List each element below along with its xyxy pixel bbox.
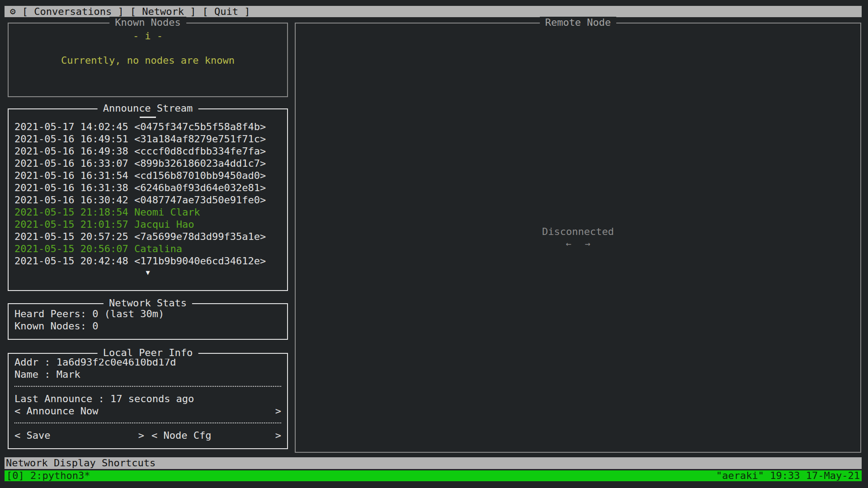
menu-item-conversations[interactable]: [ Conversations ]	[22, 6, 124, 17]
announce-entry[interactable]: 2021-05-15 20:56:07 Catalina	[9, 243, 287, 255]
announce-source: <cd156b87010bb9450ad0>	[134, 170, 266, 181]
known-nodes-panel: Known Nodes - i - Currently, no nodes ar…	[8, 23, 288, 97]
network-stats-panel: Network Stats Heard Peers: 0 (last 30m) …	[8, 303, 288, 340]
node-cfg-cap: >	[275, 429, 281, 441]
announce-timestamp: 2021-05-16 16:49:51	[14, 133, 128, 145]
announce-entry[interactable]: 2021-05-15 20:57:25 <7a5699e78d3d99f35a1…	[9, 230, 287, 243]
known-nodes-stat: Known Nodes: 0	[9, 320, 287, 332]
announce-entry[interactable]: 2021-05-16 16:49:38 <cccf0d8cdfbb334fe7f…	[9, 145, 287, 157]
divider	[14, 380, 281, 393]
announce-source: <7a5699e78d3d99f35a1e>	[134, 231, 266, 242]
scroll-down-icon: ▼	[9, 267, 287, 278]
announce-source: Neomi Clark	[134, 206, 200, 218]
menu-item-quit[interactable]: [ Quit ]	[203, 6, 250, 17]
info-icon: - i -	[9, 30, 287, 42]
save-cap: >	[138, 429, 144, 441]
announce-timestamp: 2021-05-15 21:01:57	[14, 219, 128, 230]
announce-source: <cccf0d8cdfbb334fe7fa>	[134, 145, 266, 157]
announce-entry[interactable]: 2021-05-15 21:18:54 Neomi Clark	[9, 206, 287, 218]
scroll-top-indicator	[140, 117, 156, 118]
menu-bar: ⚙ [ Conversations ] [ Network ] [ Quit ]	[5, 6, 862, 17]
announce-now-button[interactable]: < Announce Now >	[14, 405, 281, 417]
announce-entry[interactable]: 2021-05-16 16:31:54 <cd156b87010bb9450ad…	[9, 169, 287, 182]
known-nodes-empty-message: Currently, no nodes are known	[9, 54, 287, 66]
tmux-host-clock: "aeraki" 19:33 17-May-21	[716, 470, 860, 481]
nomadnet-network-screen: ⚙ [ Conversations ] [ Network ] [ Quit ]…	[0, 0, 868, 488]
announce-timestamp: 2021-05-15 20:56:07	[14, 243, 128, 254]
save-label: < Save	[14, 429, 50, 441]
last-announce-text: Last Announce : 17 seconds ago	[14, 393, 281, 405]
announce-source: Catalina	[134, 243, 182, 254]
announce-timestamp: 2021-05-15 20:57:25	[14, 231, 128, 242]
remote-node-status: Disconnected	[542, 225, 614, 238]
heard-peers-stat: Heard Peers: 0 (last 30m)	[9, 308, 287, 320]
arrow-right-icon: →	[585, 238, 590, 250]
announce-entry[interactable]: 2021-05-15 21:01:57 Jacqui Hao	[9, 218, 287, 230]
announce-timestamp: 2021-05-15 21:18:54	[14, 206, 128, 218]
announce-entry[interactable]: 2021-05-16 16:30:42 <0487747ae73d50e91fe…	[9, 194, 287, 206]
announce-timestamp: 2021-05-16 16:49:38	[14, 145, 128, 157]
announce-source: <171b9b9040e6cd34612e>	[134, 255, 266, 267]
announce-entry[interactable]: 2021-05-16 16:49:51 <31a184af8279e751f71…	[9, 133, 287, 145]
announce-stream-panel: Announce Stream 2021-05-17 14:02:45 <047…	[8, 108, 288, 291]
announce-list: 2021-05-17 14:02:45 <0475f347c5b5f58a8f4…	[9, 121, 287, 267]
announce-entry[interactable]: 2021-05-16 16:31:38 <6246ba0f93d64e032e8…	[9, 182, 287, 194]
node-cfg-label: < Node Cfg	[151, 429, 211, 441]
node-cfg-button[interactable]: < Node Cfg >	[151, 429, 281, 441]
announce-stream-title: Announce Stream	[98, 103, 198, 114]
peer-name: Name : Mark	[14, 368, 281, 380]
announce-entry[interactable]: 2021-05-16 16:33:07 <899b326186023a4dd1c…	[9, 157, 287, 169]
gear-icon: ⚙	[10, 6, 16, 17]
announce-timestamp: 2021-05-16 16:31:54	[14, 170, 128, 181]
tmux-status-bar: [0] 2:python3* "aeraki" 19:33 17-May-21	[5, 470, 862, 481]
save-button[interactable]: < Save >	[14, 429, 144, 441]
announce-timestamp: 2021-05-15 20:42:48	[14, 255, 128, 267]
announce-timestamp: 2021-05-16 16:33:07	[14, 158, 128, 169]
remote-node-title: Remote Node	[540, 17, 617, 28]
announce-source: <31a184af8279e751f71c>	[134, 133, 266, 145]
shortcuts-bar: Network Display Shortcuts	[5, 457, 862, 469]
announce-timestamp: 2021-05-17 14:02:45	[14, 121, 128, 132]
network-stats-title: Network Stats	[104, 297, 192, 309]
announce-now-cap: >	[275, 405, 281, 417]
announce-timestamp: 2021-05-16 16:31:38	[14, 182, 128, 193]
arrow-left-icon: ←	[566, 238, 571, 250]
announce-source: <0475f347c5b5f58a8f4b>	[134, 121, 266, 132]
announce-now-label: < Announce Now	[14, 405, 98, 417]
announce-entry[interactable]: 2021-05-17 14:02:45 <0475f347c5b5f58a8f4…	[9, 121, 287, 133]
local-peer-info-panel: Local Peer Info Addr : 1a6d93f2c0e4610bd…	[8, 353, 288, 449]
known-nodes-title: Known Nodes	[109, 17, 186, 28]
announce-source: <0487747ae73d50e91fe0>	[134, 194, 266, 206]
remote-node-panel: Remote Node Disconnected ← →	[295, 23, 861, 453]
tmux-session-window[interactable]: [0] 2:python3*	[6, 470, 90, 481]
announce-source: <899b326186023a4dd1c7>	[134, 158, 266, 169]
local-peer-info-title: Local Peer Info	[98, 347, 198, 359]
divider	[14, 417, 281, 429]
menu-item-network[interactable]: [ Network ]	[130, 6, 196, 17]
announce-timestamp: 2021-05-16 16:30:42	[14, 194, 128, 206]
announce-source: Jacqui Hao	[134, 219, 194, 230]
announce-source: <6246ba0f93d64e032e81>	[134, 182, 266, 193]
announce-entry[interactable]: 2021-05-15 20:42:48 <171b9b9040e6cd34612…	[9, 255, 287, 267]
